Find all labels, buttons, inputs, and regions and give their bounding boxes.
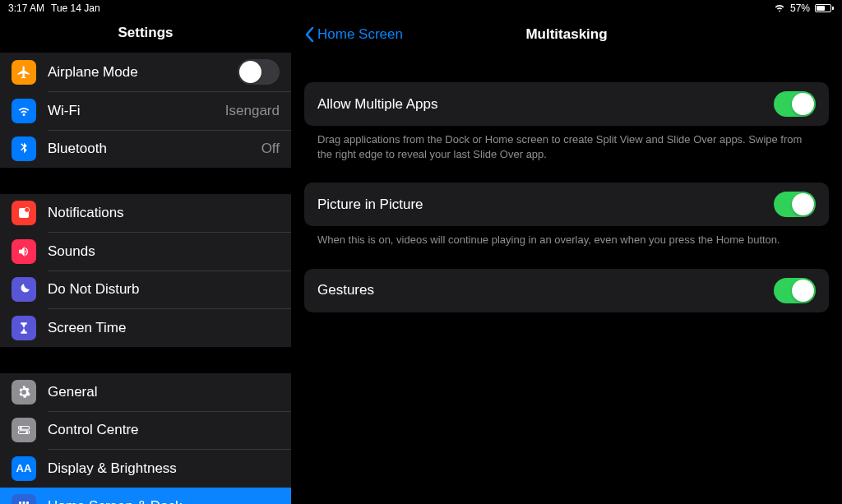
row-picture-in-picture[interactable]: Picture in Picture [304, 183, 829, 226]
wifi-status-icon [774, 2, 785, 14]
row-gestures[interactable]: Gestures [304, 269, 829, 312]
sidebar-item-screentime[interactable]: Screen Time [0, 309, 291, 347]
wifi-icon [12, 99, 36, 123]
row-footer: When this is on, videos will continue pl… [304, 226, 829, 247]
sidebar-item-label: Home Screen & Dock [48, 498, 280, 504]
sidebar-item-wifi[interactable]: Wi-Fi Isengard [0, 92, 291, 130]
svg-point-5 [25, 431, 28, 433]
row-allow-multiple-apps[interactable]: Allow Multiple Apps [304, 82, 829, 126]
sidebar-item-dnd[interactable]: Do Not Disturb [0, 270, 291, 308]
back-label: Home Screen [317, 26, 403, 43]
general-icon [12, 380, 36, 405]
sidebar-item-bluetooth[interactable]: Bluetooth Off [0, 130, 291, 168]
wifi-value: Isengard [225, 103, 280, 119]
sidebar-item-general[interactable]: General [0, 373, 291, 411]
sidebar-title: Settings [0, 16, 291, 53]
row-label: Allow Multiple Apps [317, 96, 437, 113]
detail-header: Home Screen Multitasking [304, 16, 829, 53]
sidebar-item-controlcentre[interactable]: Control Centre [0, 411, 291, 449]
sidebar-item-notifications[interactable]: Notifications [0, 194, 291, 232]
screentime-icon [12, 316, 36, 340]
sounds-icon [12, 239, 36, 264]
row-footer: Drag applications from the Dock or Home … [304, 126, 829, 161]
dnd-icon [12, 277, 36, 302]
sidebar-item-label: Do Not Disturb [48, 281, 280, 298]
detail-pane: Home Screen Multitasking Allow Multiple … [291, 16, 842, 504]
status-date: Tue 14 Jan [51, 2, 100, 14]
sidebar-item-label: General [48, 384, 280, 400]
sidebar-item-label: Display & Brightness [48, 460, 280, 477]
sidebar-item-homescreen[interactable]: Home Screen & Dock [0, 488, 291, 504]
battery-icon [815, 4, 834, 12]
airplane-toggle[interactable] [238, 59, 280, 85]
sidebar-item-label: Sounds [48, 243, 280, 260]
settings-sidebar: Settings Airplane Mode Wi-Fi Isengard [0, 16, 291, 504]
notifications-icon [12, 201, 36, 225]
sidebar-item-airplane[interactable]: Airplane Mode [0, 53, 291, 91]
row-label: Picture in Picture [317, 197, 423, 213]
sidebar-item-label: Notifications [48, 205, 280, 221]
svg-point-3 [20, 427, 22, 429]
homescreen-icon [12, 494, 36, 504]
sidebar-item-label: Bluetooth [48, 141, 261, 157]
back-button[interactable]: Home Screen [304, 26, 403, 43]
svg-point-1 [25, 207, 30, 212]
sidebar-item-label: Airplane Mode [48, 64, 238, 81]
battery-fill [817, 6, 825, 11]
airplane-icon [12, 60, 36, 85]
sidebar-item-label: Control Centre [48, 422, 280, 438]
sidebar-item-sounds[interactable]: Sounds [0, 233, 291, 270]
gestures-toggle[interactable] [774, 278, 816, 303]
row-label: Gestures [317, 282, 374, 298]
bluetooth-value: Off [261, 141, 280, 157]
bluetooth-icon [12, 136, 36, 161]
sidebar-item-label: Wi-Fi [48, 103, 225, 119]
status-time: 3:17 AM [8, 2, 44, 14]
detail-title: Multitasking [525, 26, 607, 43]
sidebar-item-label: Screen Time [48, 320, 280, 336]
display-icon: AA [12, 456, 36, 481]
picture-in-picture-toggle[interactable] [774, 192, 816, 217]
status-bar: 3:17 AM Tue 14 Jan 57% [0, 0, 842, 16]
sidebar-item-display[interactable]: AA Display & Brightness [0, 450, 291, 488]
battery-percent: 57% [790, 2, 810, 14]
allow-multiple-apps-toggle[interactable] [774, 91, 816, 117]
chevron-left-icon [304, 26, 314, 43]
controlcentre-icon [12, 418, 36, 442]
